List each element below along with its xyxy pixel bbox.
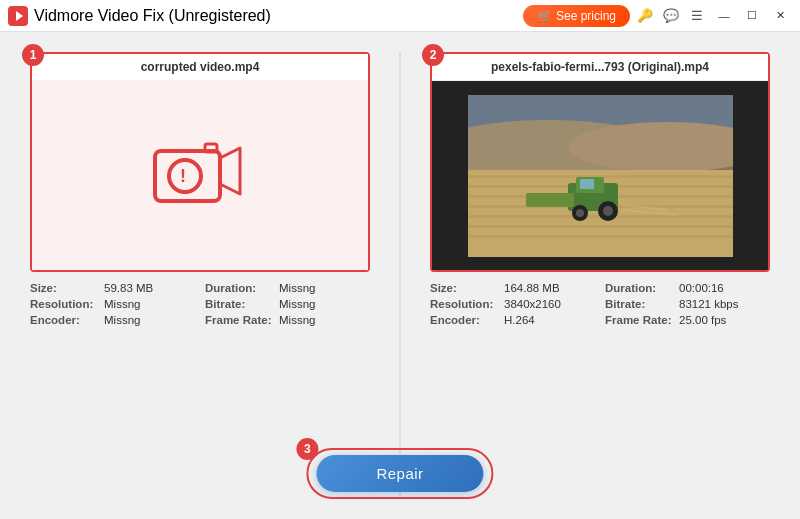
video-thumbnail bbox=[468, 95, 733, 257]
right-video-box: 2 pexels-fabio-fermi...793 (Original).mp… bbox=[430, 52, 770, 272]
key-icon[interactable]: 🔑 bbox=[634, 5, 656, 27]
right-panel: 2 pexels-fabio-fermi...793 (Original).mp… bbox=[400, 52, 770, 499]
titlebar-title: Vidmore Video Fix (Unregistered) bbox=[34, 7, 271, 25]
right-duration-value: 00:00:16 bbox=[679, 282, 724, 294]
right-size-label: Size: bbox=[430, 282, 500, 294]
svg-marker-6 bbox=[220, 148, 240, 194]
right-number-badge: 2 bbox=[422, 44, 444, 66]
left-resolution-row: Resolution: Missng bbox=[30, 298, 195, 310]
svg-rect-22 bbox=[580, 179, 594, 189]
left-size-value: 59.83 MB bbox=[104, 282, 153, 294]
left-size-row: Size: 59.83 MB bbox=[30, 282, 195, 294]
left-encoder-value: Missng bbox=[104, 314, 140, 326]
right-bitrate-label: Bitrate: bbox=[605, 298, 675, 310]
left-size-label: Size: bbox=[30, 282, 100, 294]
left-duration-row: Duration: Missng bbox=[205, 282, 370, 294]
right-bitrate-value: 83121 kbps bbox=[679, 298, 738, 310]
left-bitrate-value: Missng bbox=[279, 298, 315, 310]
left-video-title: corrupted video.mp4 bbox=[32, 54, 368, 81]
svg-point-24 bbox=[576, 209, 584, 217]
svg-rect-5 bbox=[205, 144, 217, 152]
right-encoder-row: Encoder: H.264 bbox=[430, 314, 595, 326]
repair-button-wrap: 3 Repair bbox=[306, 448, 493, 499]
svg-rect-27 bbox=[526, 193, 574, 207]
right-framerate-row: Frame Rate: 25.00 fps bbox=[605, 314, 770, 326]
svg-text:!: ! bbox=[180, 166, 186, 186]
left-bitrate-row: Bitrate: Missng bbox=[205, 298, 370, 310]
repair-number-badge: 3 bbox=[296, 438, 318, 460]
right-video-title: pexels-fabio-fermi...793 (Original).mp4 bbox=[432, 54, 768, 81]
right-framerate-value: 25.00 fps bbox=[679, 314, 726, 326]
left-encoder-label: Encoder: bbox=[30, 314, 100, 326]
titlebar-left: Vidmore Video Fix (Unregistered) bbox=[8, 6, 271, 26]
left-number-badge: 1 bbox=[22, 44, 44, 66]
right-size-value: 164.88 MB bbox=[504, 282, 560, 294]
left-resolution-label: Resolution: bbox=[30, 298, 100, 310]
repair-border-box: Repair bbox=[306, 448, 493, 499]
right-resolution-row: Resolution: 3840x2160 bbox=[430, 298, 595, 310]
titlebar: Vidmore Video Fix (Unregistered) 🛒 See p… bbox=[0, 0, 800, 32]
right-bitrate-row: Bitrate: 83121 kbps bbox=[605, 298, 770, 310]
main-content: 1 corrupted video.mp4 ! bbox=[0, 32, 800, 519]
left-framerate-value: Missng bbox=[279, 314, 315, 326]
app-logo-icon bbox=[8, 6, 28, 26]
left-duration-value: Missng bbox=[279, 282, 315, 294]
svg-rect-18 bbox=[468, 225, 733, 228]
left-video-preview: ! bbox=[32, 81, 368, 270]
right-encoder-value: H.264 bbox=[504, 314, 535, 326]
menu-icon[interactable]: ☰ bbox=[686, 5, 708, 27]
left-framerate-label: Frame Rate: bbox=[205, 314, 275, 326]
left-duration-label: Duration: bbox=[205, 282, 275, 294]
close-button[interactable]: ✕ bbox=[768, 4, 792, 28]
right-framerate-label: Frame Rate: bbox=[605, 314, 675, 326]
maximize-button[interactable]: ☐ bbox=[740, 4, 764, 28]
broken-camera-icon: ! bbox=[150, 136, 250, 216]
right-video-preview bbox=[432, 81, 768, 270]
svg-rect-19 bbox=[468, 235, 733, 238]
right-size-row: Size: 164.88 MB bbox=[430, 282, 595, 294]
right-encoder-label: Encoder: bbox=[430, 314, 500, 326]
left-meta-section: Size: 59.83 MB Duration: Missng Resoluti… bbox=[30, 282, 370, 326]
right-resolution-value: 3840x2160 bbox=[504, 298, 561, 310]
chat-icon[interactable]: 💬 bbox=[660, 5, 682, 27]
minimize-button[interactable]: — bbox=[712, 4, 736, 28]
right-meta-section: Size: 164.88 MB Duration: 00:00:16 Resol… bbox=[430, 282, 770, 326]
left-panel: 1 corrupted video.mp4 ! bbox=[30, 52, 400, 499]
repair-button[interactable]: Repair bbox=[316, 455, 483, 492]
svg-point-26 bbox=[603, 206, 613, 216]
see-pricing-button[interactable]: 🛒 See pricing bbox=[523, 5, 630, 27]
left-resolution-value: Missng bbox=[104, 298, 140, 310]
left-bitrate-label: Bitrate: bbox=[205, 298, 275, 310]
left-encoder-row: Encoder: Missng bbox=[30, 314, 195, 326]
right-duration-row: Duration: 00:00:16 bbox=[605, 282, 770, 294]
titlebar-right: 🛒 See pricing 🔑 💬 ☰ — ☐ ✕ bbox=[523, 4, 792, 28]
right-duration-label: Duration: bbox=[605, 282, 675, 294]
divider bbox=[400, 52, 401, 499]
right-resolution-label: Resolution: bbox=[430, 298, 500, 310]
left-framerate-row: Frame Rate: Missng bbox=[205, 314, 370, 326]
left-video-box: 1 corrupted video.mp4 ! bbox=[30, 52, 370, 272]
bottom-area: 3 Repair bbox=[306, 448, 493, 499]
cart-icon: 🛒 bbox=[537, 9, 552, 23]
